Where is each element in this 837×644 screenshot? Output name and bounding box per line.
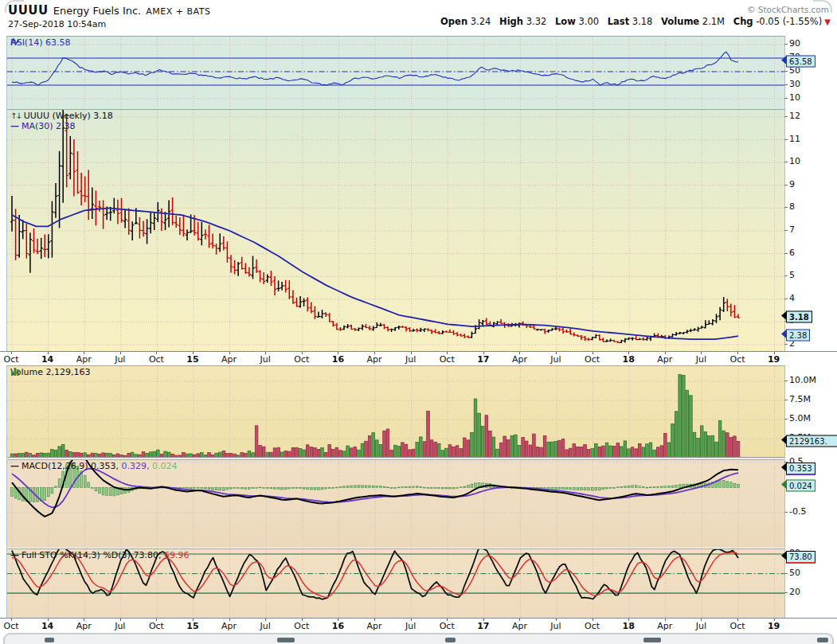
rsi-legend: RSI(14) 63.58 [10,37,70,48]
x-axis-strip-upper: Oct14AprJulOct15AprJulOct16AprJulOct17Ap… [0,351,837,366]
x-axis-label: Oct [729,354,745,365]
x-axis-label: Jul [405,621,416,631]
high-value: 3.32 [526,16,547,27]
x-axis-label: 18 [623,621,635,631]
macd-value: 0.353, [91,461,119,471]
y-axis-tick [784,98,788,99]
toolbar-button-1[interactable] [45,638,54,642]
y-axis-tick [784,139,788,140]
x-axis-label: 19 [768,621,780,631]
x-axis-label: Oct [585,354,600,365]
sto-d-value: 69.96 [164,550,190,560]
x-axis-label: Apr [221,621,237,631]
rsi-plot [7,37,784,108]
toolbar-button-3[interactable] [445,638,456,642]
x-axis-label: Apr [366,621,381,631]
macd-signal-value: 0.329, [122,461,150,471]
sto-value-tag: 73.80 [786,551,815,564]
x-axis-label: Jul [260,354,271,365]
x-axis-label: Oct [3,621,18,631]
y-axis-tick [784,419,788,420]
high-label: High [499,16,523,27]
x-axis-label: Oct [585,621,600,631]
ticker-symbol: UUUU [8,3,49,18]
sto-legend: —Full STO %K(14,3) %D(3) 73.80, 69.96 [10,550,189,560]
x-axis-label: 17 [477,621,489,631]
y-axis-tick [784,44,788,45]
x-axis-label: Oct [729,621,745,631]
x-axis-label: Apr [512,354,527,365]
price-legend-text: UUUU (Weekly) 3.18 [24,111,113,121]
toolbar-button-4[interactable] [643,638,661,642]
y-axis-tick [784,573,788,574]
updown-arrows-icon: ↑↓ [10,111,21,120]
toolbar-button-5[interactable] [817,638,828,642]
toolbar-button-2[interactable] [277,638,295,642]
open-value: 3.24 [471,16,491,27]
chg-label: Chg [733,16,753,27]
y-axis-label: 30 [789,79,800,89]
ma-legend-text: MA(30) 2.38 [22,121,76,131]
x-axis-label: Jul [260,621,271,631]
x-axis-label: Apr [366,354,381,365]
x-axis-label: 19 [768,354,780,365]
x-axis-label: Apr [512,621,527,631]
x-axis-label: Apr [76,621,92,631]
last-label: Last [608,16,629,27]
y-axis-tick [784,275,788,276]
y-axis-tick [784,253,788,254]
chg-value: -0.05 (-1.55%) [756,16,822,27]
rsi-panel: RSI(14) 63.58 [6,36,785,109]
y-axis-tick [784,207,788,208]
x-axis-label: Jul [550,621,561,631]
x-axis-label: Oct [149,354,164,365]
x-axis-strip-lower: Oct14AprJulOct15AprJulOct16AprJulOct17Ap… [0,618,837,633]
y-axis-label: 20 [789,587,800,597]
chart-header: UUUUEnergy Fuels Inc.AMEX + BATS © Stock… [8,2,831,29]
y-axis-tick [784,400,788,400]
macd-panel: —MACD(12,26,9) 0.353, 0.329, 0.024 [6,459,785,548]
x-axis-label: Oct [294,621,309,631]
volume-panel: Volume 2,129,163 [6,365,785,459]
y-axis-label: 8 [789,201,795,212]
x-axis-label: Oct [440,621,455,631]
price-legend: ↑↓UUUU (Weekly) 3.18 —MA(30) 2.38 [10,111,113,131]
macd-legend-text: MACD(12,26,9) [22,461,88,471]
x-axis-label: Apr [221,354,237,365]
last-price-tag: 3.18 [786,311,812,323]
stochastics-panel: —Full STO %K(14,3) %D(3) 73.80, 69.96 [6,548,785,618]
x-axis-label: 17 [477,354,489,365]
sto-k-value: 73.80, [133,550,161,560]
quote-summary: Open 3.24 High 3.32 Low 3.00 Last 3.18 V… [435,16,831,27]
x-axis-label: Jul [115,621,125,631]
macd-hist-value-tag: 0.024 [786,479,815,491]
volume-value: 2.1M [702,16,725,27]
x-axis-label: Apr [76,354,92,365]
y-axis-label: 10.0M [789,375,816,385]
last-value: 3.18 [632,16,653,27]
x-axis-label: Jul [550,354,561,365]
copyright-label: © StockCharts.com [747,5,829,14]
bottom-toolbar[interactable] [3,633,834,644]
macd-legend: —MACD(12,26,9) 0.353, 0.329, 0.024 [10,461,178,471]
x-axis-label: Oct [149,621,164,631]
x-axis-label: 15 [186,621,198,631]
y-axis-label: 6 [789,248,795,258]
y-axis-tick [784,230,788,231]
y-axis-tick [784,84,788,85]
y-axis-label: 9 [789,179,795,189]
x-axis-label: 14 [41,354,53,365]
low-value: 3.00 [578,16,599,27]
y-axis-tick [784,116,788,117]
volume-value-tag: 2129163. [786,435,837,447]
y-axis-tick [784,162,788,162]
y-axis-label: -0.5 [789,506,806,517]
y-axis-tick [784,185,788,185]
x-axis-label: Oct [3,354,18,365]
ma-value-tag: 2.38 [786,330,810,342]
sto-legend-text: Full STO %K(14,3) %D(3) [22,550,131,560]
macd-value-tag: 0.353 [786,463,815,475]
ma-line-sample-icon: — [10,121,19,131]
y-axis-label: 90 [789,38,800,49]
sto-line-sample-icon: — [10,550,19,560]
